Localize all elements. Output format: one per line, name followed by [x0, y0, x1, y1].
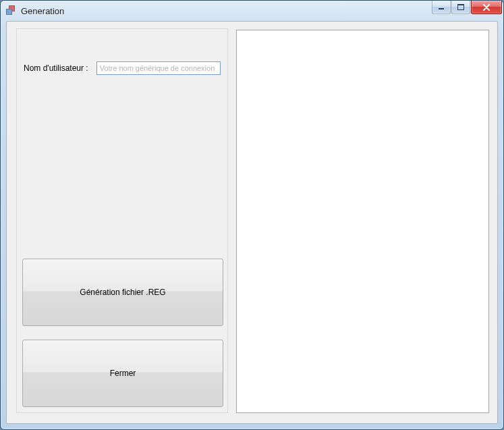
window-title: Generation — [21, 6, 64, 16]
client-area: Nom d'utilisateur : Génération fichier .… — [6, 21, 498, 424]
username-label: Nom d'utilisateur : — [24, 63, 88, 73]
titlebar[interactable]: Generation — [1, 1, 503, 21]
close-app-button[interactable]: Fermer — [22, 340, 223, 407]
input-panel: Nom d'utilisateur : Génération fichier .… — [16, 28, 228, 413]
maximize-button[interactable] — [451, 1, 470, 14]
minimize-button[interactable] — [432, 1, 451, 14]
window-controls — [432, 1, 502, 14]
app-icon — [6, 5, 17, 16]
svg-rect-2 — [457, 4, 464, 5]
window-frame: Generation Nom d'utilisateur : Génératio… — [0, 0, 504, 430]
username-input[interactable] — [96, 61, 221, 75]
svg-rect-0 — [439, 8, 444, 9]
close-button[interactable] — [471, 1, 502, 14]
username-row: Nom d'utilisateur : — [24, 61, 221, 75]
generate-reg-button[interactable]: Génération fichier .REG — [22, 259, 223, 326]
output-textarea[interactable] — [236, 30, 489, 413]
